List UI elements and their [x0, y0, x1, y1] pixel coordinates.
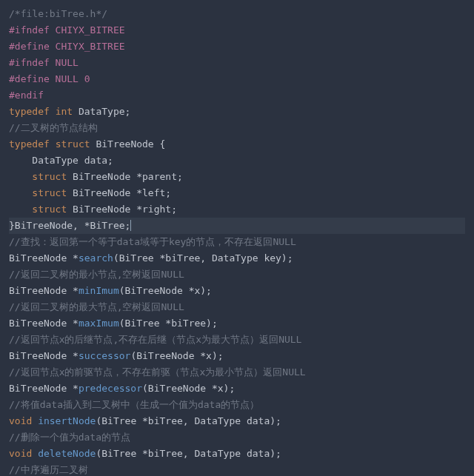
code-line: BiTreeNode *minImum(BiTreeNode *x); — [9, 283, 465, 299]
code-line: typedef struct BiTreeNode { — [9, 136, 465, 152]
code-line: //查找：返回第一个等于data域等于key的节点，不存在返回NULL — [9, 234, 465, 250]
code-line: typedef int DataType; — [9, 104, 465, 120]
code-line: BiTreeNode *maxImum(BiTree *biTree); — [9, 315, 465, 332]
code-line: #define NULL 0 — [9, 71, 465, 87]
code-line: }BiTreeNode, *BiTree; — [9, 218, 465, 234]
code-line: BiTreeNode *predecessor(BiTreeNode *x); — [9, 381, 465, 397]
code-line: #ifndef CHIYX_BITREE — [9, 22, 465, 38]
code-line: //返回节点x的前驱节点，不存在前驱（节点x为最小节点）返回NULL — [9, 364, 465, 381]
code-line: /*file:biTree.h*/ — [9, 6, 465, 22]
code-line: //二叉树的节点结构 — [9, 120, 465, 136]
code-line: #ifndef NULL — [9, 55, 465, 71]
code-line: #endif — [9, 87, 465, 104]
code-line: //中序遍历二叉树 — [9, 462, 465, 476]
code-line: BiTreeNode *search(BiTree *biTree, DataT… — [9, 250, 465, 267]
code-line: //将值data插入到二叉树中（生成一个值为data的节点） — [9, 397, 465, 413]
code-line: //返回节点x的后继节点,不存在后继（节点x为最大节点）返回NULL — [9, 332, 465, 348]
code-block[interactable]: /*file:biTree.h*/#ifndef CHIYX_BITREE#de… — [9, 6, 465, 476]
code-line: struct BiTreeNode *right; — [9, 201, 465, 218]
code-line: void deleteNode(BiTree *biTree, DataType… — [9, 446, 465, 462]
code-line: void insertNode(BiTree *biTree, DataType… — [9, 413, 465, 429]
code-line: struct BiTreeNode *left; — [9, 185, 465, 201]
code-line: //返回二叉树的最大节点,空树返回NULL — [9, 299, 465, 315]
code-line: //返回二叉树的最小节点,空树返回NULL — [9, 267, 465, 283]
code-line: #define CHIYX_BITREE — [9, 38, 465, 55]
code-line: //删除一个值为data的节点 — [9, 429, 465, 446]
code-line: DataType data; — [9, 152, 465, 169]
code-line: BiTreeNode *successor(BiTreeNode *x); — [9, 348, 465, 364]
code-line: struct BiTreeNode *parent; — [9, 169, 465, 185]
